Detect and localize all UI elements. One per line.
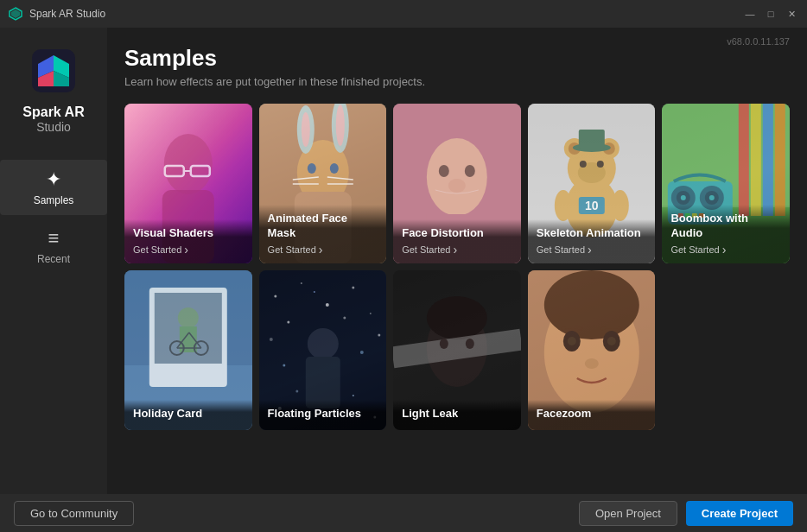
samples-grid: Visual Shaders Get Started	[124, 104, 790, 485]
svg-point-88	[352, 395, 353, 396]
svg-point-25	[465, 165, 475, 177]
svg-point-65	[178, 307, 199, 328]
sidebar: Spark AR Studio ✦ Samples ≡ Recent	[0, 28, 107, 494]
card-overlay-skeleton: Skeleton Animation Get Started	[528, 219, 656, 263]
svg-point-79	[313, 291, 315, 293]
card-title-face-distortion: Face Distortion	[402, 226, 512, 241]
title-bar: Spark AR Studio — □ ✕	[0, 0, 807, 28]
svg-point-24	[439, 165, 449, 177]
sidebar-item-recent[interactable]: ≡ Recent	[0, 218, 107, 274]
card-title-particles: Floating Particles	[268, 407, 378, 421]
svg-point-26	[448, 179, 466, 193]
svg-point-36	[580, 161, 587, 168]
card-holiday-card[interactable]: Holiday Card	[124, 270, 252, 430]
sidebar-nav: ✦ Samples ≡ Recent	[0, 160, 107, 274]
card-floating-particles[interactable]: Floating Particles	[259, 270, 387, 430]
card-overlay-particles: Floating Particles	[259, 400, 387, 430]
svg-point-101	[568, 337, 576, 345]
svg-point-104	[585, 358, 599, 369]
card-cta-visual-shaders[interactable]: Get Started	[133, 243, 244, 256]
open-project-button[interactable]: Open Project	[579, 501, 677, 526]
main-content: v68.0.0.11.137 Samples Learn how effects…	[107, 28, 807, 494]
app-logo-name: Spark AR	[22, 104, 84, 120]
svg-marker-1	[11, 10, 20, 18]
card-overlay-face-mask: Animated Face Mask Get Started	[259, 205, 387, 263]
svg-point-53	[681, 195, 686, 200]
card-title-visual-shaders: Visual Shaders	[133, 226, 244, 241]
svg-point-56	[709, 195, 715, 200]
sidebar-label-recent: Recent	[37, 253, 70, 265]
svg-rect-49	[775, 104, 785, 216]
svg-point-37	[597, 161, 604, 168]
svg-point-43	[612, 190, 629, 221]
card-face-distortion[interactable]: Face Distortion Get Started	[393, 104, 521, 263]
svg-point-77	[369, 313, 371, 314]
recent-icon: ≡	[48, 227, 60, 250]
svg-point-93	[427, 296, 487, 339]
svg-point-19	[307, 163, 315, 174]
card-overlay-face-distortion: Face Distortion Get Started	[393, 219, 521, 263]
svg-point-14	[335, 104, 344, 146]
card-overlay-boombox: Boombox with Audio Get Started	[662, 205, 790, 263]
svg-rect-46	[739, 104, 749, 216]
app-title: Spark AR Studio	[29, 8, 743, 20]
svg-point-4	[164, 134, 213, 194]
svg-point-86	[359, 351, 363, 354]
community-button[interactable]: Go to Community	[14, 501, 134, 526]
svg-point-13	[301, 112, 309, 147]
card-animated-face-mask[interactable]: Animated Face Mask Get Started	[259, 104, 387, 263]
svg-point-74	[300, 282, 302, 284]
card-overlay-holiday: Holiday Card	[124, 400, 252, 430]
create-project-button[interactable]: Create Project	[686, 501, 793, 526]
card-cta-skeleton[interactable]: Get Started	[537, 243, 647, 256]
card-cta-boombox[interactable]: Get Started	[670, 243, 781, 256]
svg-point-96	[466, 339, 474, 349]
sidebar-label-samples: Samples	[34, 194, 74, 206]
svg-point-76	[352, 287, 354, 289]
svg-point-80	[343, 317, 346, 320]
restore-button[interactable]: □	[764, 7, 778, 21]
svg-point-85	[283, 364, 285, 367]
card-facezoom[interactable]: Facezoom	[528, 270, 656, 430]
svg-point-87	[295, 390, 298, 393]
svg-point-99	[544, 270, 639, 339]
svg-point-73	[274, 295, 276, 298]
card-title-light-leak: Light Leak	[402, 407, 512, 421]
samples-icon: ✦	[46, 168, 61, 191]
card-title-holiday: Holiday Card	[133, 407, 244, 421]
app-logo-studio: Studio	[36, 120, 71, 134]
card-visual-shaders[interactable]: Visual Shaders Get Started	[124, 104, 252, 263]
sidebar-item-samples[interactable]: ✦ Samples	[0, 160, 107, 215]
card-overlay-light-leak: Light Leak	[393, 400, 521, 430]
card-overlay-visual-shaders: Visual Shaders Get Started	[124, 219, 252, 263]
card-boombox[interactable]: Boombox with Audio Get Started	[662, 104, 790, 263]
svg-rect-48	[763, 104, 773, 216]
logo-container: Spark AR Studio	[22, 45, 84, 134]
footer: Go to Community Open Project Create Proj…	[0, 494, 807, 532]
card-cta-face-distortion[interactable]: Get Started	[402, 243, 512, 256]
svg-text:10: 10	[585, 199, 599, 212]
svg-point-82	[378, 334, 380, 337]
svg-point-81	[269, 338, 272, 341]
minimize-button[interactable]: —	[743, 7, 757, 21]
card-light-leak[interactable]: Light Leak	[393, 270, 521, 430]
card-cta-face-mask[interactable]: Get Started	[268, 243, 378, 256]
svg-point-23	[427, 138, 487, 216]
card-title-skeleton: Skeleton Animation	[537, 226, 647, 241]
svg-rect-47	[751, 104, 761, 216]
page-title: Samples	[124, 45, 790, 72]
svg-point-103	[607, 337, 616, 345]
svg-point-75	[325, 303, 328, 307]
svg-point-83	[307, 328, 338, 359]
svg-point-95	[440, 339, 448, 349]
spark-ar-logo	[28, 45, 79, 97]
svg-rect-39	[579, 130, 605, 149]
close-button[interactable]: ✕	[785, 7, 798, 21]
card-skeleton-animation[interactable]: 10 Skeleton Animation Get Started	[528, 104, 656, 263]
card-overlay-facezoom: Facezoom	[528, 400, 656, 430]
svg-point-20	[329, 163, 338, 174]
footer-actions: Open Project Create Project	[579, 501, 793, 526]
page-subtitle: Learn how effects are put together in th…	[124, 75, 790, 88]
card-title-facezoom: Facezoom	[537, 407, 647, 421]
version-label: v68.0.0.11.137	[727, 36, 790, 47]
